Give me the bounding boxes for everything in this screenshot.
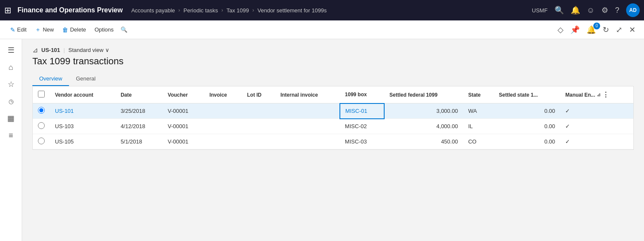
new-button[interactable]: ＋ New bbox=[32, 24, 57, 35]
table-body: US-1013/25/2018V-00001MISC-013,000.00WA0… bbox=[33, 103, 633, 149]
breadcrumb-sep-1: › bbox=[178, 7, 180, 13]
avatar[interactable]: AD bbox=[626, 3, 640, 17]
breadcrumb-tax-1099[interactable]: Tax 1099 bbox=[227, 7, 249, 14]
edit-button[interactable]: ✎ Edit bbox=[7, 25, 30, 35]
breadcrumb-periodic-tasks[interactable]: Periodic tasks bbox=[184, 7, 218, 14]
filter-funnel-icon[interactable]: ⊿ bbox=[32, 46, 38, 54]
row-radio[interactable] bbox=[38, 138, 45, 144]
col-internal-invoice: Internal invoice bbox=[275, 86, 339, 103]
breadcrumb-vendor-settlement[interactable]: Vendor settlement for 1099s bbox=[258, 7, 327, 14]
bookmark-icon[interactable]: ◇ bbox=[556, 23, 565, 36]
filter-column-icon[interactable]: ⊿ bbox=[597, 92, 601, 98]
main-content: ⊿ US-101 | Standard view ∨ Tax 1099 tran… bbox=[22, 39, 644, 241]
workspaces-icon[interactable]: ≡ bbox=[3, 128, 20, 143]
cell-lot_id bbox=[242, 134, 275, 149]
breadcrumb-accounts-payable[interactable]: Accounts payable bbox=[131, 7, 175, 14]
col-settled-federal: Settled federal 1099 bbox=[384, 86, 463, 103]
col-invoice: Invoice bbox=[204, 86, 242, 103]
notification-icon[interactable]: 🔔 bbox=[571, 6, 580, 15]
data-table: Vendor account Date Voucher Invoice Lot … bbox=[33, 86, 633, 149]
notification-wrapper[interactable]: 🔔 0 bbox=[585, 25, 598, 34]
table-row[interactable]: US-1034/12/2018V-00001MISC-024,000.00IL0… bbox=[33, 119, 633, 134]
select-all-checkbox[interactable] bbox=[38, 91, 45, 98]
col-state: State bbox=[463, 86, 494, 103]
recent-icon[interactable]: ◷ bbox=[3, 94, 20, 109]
cell-settled_state: 0.00 bbox=[494, 103, 560, 119]
chevron-down-icon: ∨ bbox=[105, 47, 109, 53]
settings-icon[interactable]: ⚙ bbox=[601, 6, 608, 15]
cell-settled_state: 0.00 bbox=[494, 134, 560, 149]
close-icon[interactable]: ✕ bbox=[627, 23, 637, 36]
cell-internal_invoice bbox=[275, 103, 339, 119]
col-lot-id: Lot ID bbox=[242, 86, 275, 103]
row-radio[interactable] bbox=[38, 107, 45, 114]
cell-vendor_account[interactable]: US-105 bbox=[50, 134, 115, 149]
cell-voucher: V-00001 bbox=[163, 134, 204, 149]
waffle-icon[interactable]: ⊞ bbox=[4, 5, 12, 15]
view-name-label: Standard view bbox=[68, 47, 103, 53]
view-selector[interactable]: Standard view ∨ bbox=[68, 47, 109, 53]
tab-overview[interactable]: Overview bbox=[32, 72, 69, 86]
cell-box_1099: MISC-01 bbox=[340, 103, 384, 119]
col-vendor-account: Vendor account bbox=[50, 86, 115, 103]
expand-icon[interactable]: ⤢ bbox=[614, 23, 624, 36]
more-column-icon[interactable]: ⋮ bbox=[602, 91, 609, 99]
tab-general[interactable]: General bbox=[69, 72, 102, 86]
cell-voucher: V-00001 bbox=[163, 119, 204, 134]
modules-icon[interactable]: ▦ bbox=[3, 111, 20, 126]
cell-lot_id bbox=[242, 119, 275, 134]
cell-manual_en: ✓ bbox=[560, 119, 633, 134]
cell-internal_invoice bbox=[275, 134, 339, 149]
cell-manual_en: ✓ bbox=[560, 103, 633, 119]
cell-manual_en: ✓ bbox=[560, 134, 633, 149]
cell-settled_federal: 4,000.00 bbox=[384, 119, 463, 134]
cell-settled_federal: 450.00 bbox=[384, 134, 463, 149]
table-row[interactable]: US-1013/25/2018V-00001MISC-013,000.00WA0… bbox=[33, 103, 633, 119]
cell-internal_invoice bbox=[275, 119, 339, 134]
toolbar-search-icon[interactable]: 🔍 bbox=[121, 26, 127, 33]
breadcrumb: Accounts payable › Periodic tasks › Tax … bbox=[131, 7, 327, 14]
cell-vendor_account[interactable]: US-103 bbox=[50, 119, 115, 134]
smiley-icon[interactable]: ☺ bbox=[587, 6, 595, 15]
top-bar-right: USMF 🔍 🔔 ☺ ⚙ ? AD bbox=[532, 3, 640, 17]
cell-vendor_account[interactable]: US-101 bbox=[50, 103, 115, 119]
header-checkbox-col bbox=[33, 86, 50, 103]
view-divider: | bbox=[63, 47, 65, 53]
col-voucher: Voucher bbox=[163, 86, 204, 103]
favorites-icon[interactable]: ☆ bbox=[3, 77, 20, 92]
col-settled-state: Settled state 1... bbox=[494, 86, 560, 103]
home-icon[interactable]: ⌂ bbox=[3, 60, 20, 75]
cell-box_1099: MISC-02 bbox=[340, 119, 384, 134]
delete-button[interactable]: 🗑 Delete bbox=[59, 25, 89, 35]
row-radio[interactable] bbox=[38, 122, 45, 129]
cell-settled_federal: 3,000.00 bbox=[384, 103, 463, 119]
cell-box_1099: MISC-03 bbox=[340, 134, 384, 149]
col-date: Date bbox=[115, 86, 163, 103]
delete-icon: 🗑 bbox=[62, 26, 68, 33]
help-icon[interactable]: ? bbox=[615, 6, 619, 15]
page-title: Tax 1099 transactions bbox=[32, 56, 634, 67]
toolbar: ✎ Edit ＋ New 🗑 Delete Options 🔍 ◇ 📌 🔔 0 … bbox=[0, 20, 644, 39]
cell-date: 5/1/2018 bbox=[115, 134, 163, 149]
cell-invoice bbox=[204, 103, 242, 119]
tabs: Overview General bbox=[32, 72, 634, 86]
pin-icon[interactable]: 📌 bbox=[569, 23, 581, 36]
cell-invoice bbox=[204, 119, 242, 134]
edit-icon: ✎ bbox=[10, 26, 15, 33]
cell-state: CO bbox=[463, 134, 494, 149]
edit-label: Edit bbox=[17, 26, 26, 33]
top-nav-bar: ⊞ Finance and Operations Preview Account… bbox=[0, 0, 644, 20]
search-icon[interactable]: 🔍 bbox=[555, 6, 564, 15]
org-label: USMF bbox=[532, 7, 548, 14]
plus-icon: ＋ bbox=[35, 26, 41, 34]
cell-invoice bbox=[204, 134, 242, 149]
options-button[interactable]: Options bbox=[91, 25, 117, 34]
cell-voucher: V-00001 bbox=[163, 103, 204, 119]
hamburger-icon[interactable]: ☰ bbox=[3, 43, 20, 58]
refresh-icon[interactable]: ↻ bbox=[601, 23, 611, 36]
breadcrumb-sep-3: › bbox=[253, 7, 254, 13]
cell-lot_id bbox=[242, 103, 275, 119]
cell-date: 3/25/2018 bbox=[115, 103, 163, 119]
breadcrumb-sep-2: › bbox=[221, 7, 223, 13]
table-row[interactable]: US-1055/1/2018V-00001MISC-03450.00CO0.00… bbox=[33, 134, 633, 149]
